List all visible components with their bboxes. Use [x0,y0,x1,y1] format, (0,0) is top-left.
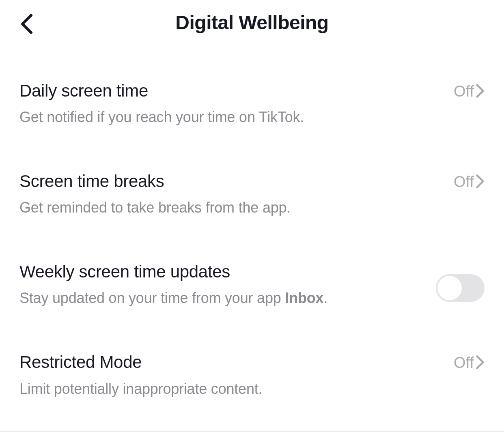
screen-time-breaks-title: Screen time breaks [19,172,446,191]
screen-time-breaks-description: Get reminded to take breaks from the app… [19,198,446,217]
settings-list: Daily screen time Get notified if you re… [0,49,504,432]
weekly-updates-content: Weekly screen time updates Stay updated … [19,262,436,308]
screen-time-breaks-row[interactable]: Screen time breaks Get reminded to take … [19,172,485,262]
daily-screen-time-value: Off [454,83,474,100]
weekly-updates-title: Weekly screen time updates [19,262,428,282]
daily-screen-time-row[interactable]: Daily screen time Get notified if you re… [19,81,485,172]
chevron-right-icon [476,174,485,190]
chevron-left-icon [20,28,33,35]
page-title: Digital Wellbeing [175,11,328,34]
restricted-mode-row[interactable]: Restricted Mode Limit potentially inappr… [19,352,485,432]
toggle-knob [437,276,462,300]
weekly-updates-desc-prefix: Stay updated on your time from your app [19,290,285,306]
weekly-updates-desc-suffix: . [323,290,327,306]
screen-time-breaks-value: Off [454,173,474,191]
daily-screen-time-content: Daily screen time Get notified if you re… [19,81,454,127]
header: Digital Wellbeing [0,0,504,49]
restricted-mode-value-wrap: Off [454,354,485,372]
daily-screen-time-title: Daily screen time [19,81,446,101]
daily-screen-time-value-wrap: Off [454,83,485,100]
restricted-mode-value: Off [454,354,474,372]
screen-time-breaks-content: Screen time breaks Get reminded to take … [19,172,454,217]
restricted-mode-description: Limit potentially inappropriate content. [19,380,446,399]
chevron-right-icon [476,355,485,371]
chevron-right-icon [476,84,485,100]
weekly-updates-toggle[interactable] [436,274,485,302]
restricted-mode-content: Restricted Mode Limit potentially inappr… [19,352,454,398]
weekly-updates-desc-bold: Inbox [285,290,323,306]
back-button[interactable] [20,14,33,35]
weekly-updates-description: Stay updated on your time from your app … [19,289,428,308]
daily-screen-time-description: Get notified if you reach your time on T… [19,108,446,127]
screen-time-breaks-value-wrap: Off [454,173,485,191]
weekly-updates-row[interactable]: Weekly screen time updates Stay updated … [19,262,485,352]
restricted-mode-title: Restricted Mode [19,352,446,372]
